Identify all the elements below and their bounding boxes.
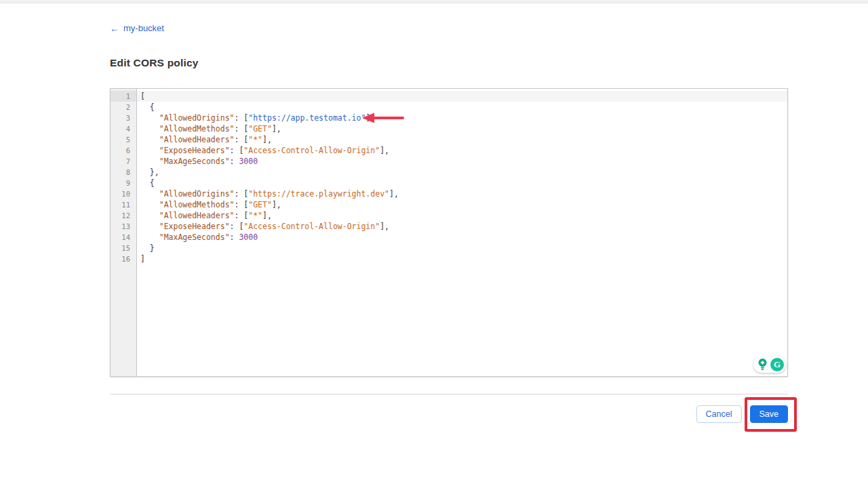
- page-title: Edit CORS policy: [110, 57, 788, 69]
- save-button[interactable]: Save: [750, 405, 789, 423]
- line-number: 11: [111, 199, 136, 210]
- back-arrow-icon: ←: [110, 24, 119, 33]
- back-link-label: my-bucket: [123, 23, 164, 33]
- code-line: "AllowedHeaders": ["*"],: [137, 134, 787, 145]
- line-number: 3: [111, 113, 136, 123]
- code-line: "ExposeHeaders": ["Access-Control-Allow-…: [137, 221, 787, 232]
- cors-policy-editor[interactable]: 12345678910111213141516 [ { "AllowedOrig…: [110, 88, 788, 377]
- lightbulb-icon[interactable]: [757, 358, 768, 371]
- line-number: 7: [111, 156, 136, 167]
- line-number: 15: [111, 243, 136, 253]
- grammarly-overlay[interactable]: G: [753, 357, 786, 373]
- code-line: "AllowedOrigins": ["https://trace.playwr…: [137, 188, 787, 199]
- code-line: {: [137, 178, 787, 188]
- code-line: }: [137, 243, 787, 253]
- code-line: ]: [137, 253, 787, 264]
- line-number: 2: [111, 102, 136, 113]
- edit-cors-page: ← my-bucket Edit CORS policy 12345678910…: [110, 3, 788, 423]
- line-number: 4: [111, 123, 136, 134]
- line-number: 8: [111, 167, 136, 178]
- cancel-button[interactable]: Cancel: [696, 405, 742, 423]
- line-number: 9: [111, 178, 136, 188]
- code-line: "AllowedOrigins": ["https://app.testomat…: [137, 113, 787, 123]
- code-line: "ExposeHeaders": ["Access-Control-Allow-…: [137, 145, 787, 156]
- line-number: 10: [111, 188, 136, 199]
- line-number: 14: [111, 232, 136, 243]
- line-number: 13: [111, 221, 136, 232]
- code-line: "AllowedHeaders": ["*"],: [137, 210, 787, 221]
- code-line: },: [137, 167, 787, 178]
- code-line: "AllowedMethods": ["GET"],: [137, 199, 787, 210]
- code-line: {: [137, 102, 787, 113]
- line-number: 5: [111, 134, 136, 145]
- code-line: [: [137, 91, 787, 102]
- code-line: "MaxAgeSeconds": 3000: [137, 232, 787, 243]
- annotation-arrow-icon: [362, 112, 404, 124]
- line-number: 6: [111, 145, 136, 156]
- line-number: 12: [111, 210, 136, 221]
- footer-divider: [110, 394, 788, 394]
- editor-code[interactable]: [ { "AllowedOrigins": ["https://app.test…: [137, 89, 787, 376]
- code-line: "MaxAgeSeconds": 3000: [137, 156, 787, 167]
- code-line: "AllowedMethods": ["GET"],: [137, 123, 787, 134]
- grammarly-icon[interactable]: G: [770, 358, 784, 371]
- line-number: 1: [111, 91, 136, 102]
- save-button-wrap: Save: [750, 405, 789, 423]
- line-number: 16: [111, 253, 136, 264]
- editor-gutter: 12345678910111213141516: [111, 89, 137, 376]
- footer-actions: Cancel Save: [110, 405, 788, 423]
- back-link-my-bucket[interactable]: ← my-bucket: [110, 23, 164, 33]
